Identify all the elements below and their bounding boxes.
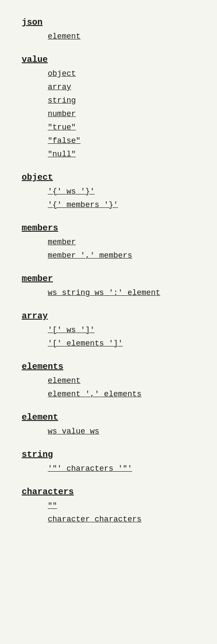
rule-production-array-1: '[' elements ']' bbox=[22, 338, 195, 350]
rule-production-value-5: "false" bbox=[22, 135, 195, 147]
grammar-section-members: membersmembermember ',' members bbox=[22, 223, 195, 262]
rule-production-value-0: object bbox=[22, 68, 195, 80]
grammar-section-string: string'"' characters '"' bbox=[22, 450, 195, 475]
rule-production-value-4: "true" bbox=[22, 122, 195, 133]
rule-production-value-3: number bbox=[22, 108, 195, 120]
grammar-section-value: valueobjectarraystringnumber"true""false… bbox=[22, 55, 195, 160]
rule-head-characters: characters bbox=[22, 487, 195, 497]
grammar-section-array: array'[' ws ']''[' elements ']' bbox=[22, 311, 195, 350]
rule-production-value-2: string bbox=[22, 95, 195, 107]
grammar-section-json: jsonelement bbox=[22, 17, 195, 42]
rule-production-elements-0: element bbox=[22, 375, 195, 387]
rule-head-json: json bbox=[22, 17, 195, 27]
rule-production-json-0: element bbox=[22, 31, 195, 42]
rule-production-element-0: ws value ws bbox=[22, 426, 195, 437]
rule-production-array-0: '[' ws ']' bbox=[22, 324, 195, 336]
rule-head-element: element bbox=[22, 412, 195, 422]
rule-production-object-0: '{' ws '}' bbox=[22, 186, 195, 197]
grammar-section-object: object'{' ws '}''{' members '}' bbox=[22, 172, 195, 211]
grammar-section-member: memberws string ws ':' element bbox=[22, 274, 195, 299]
rule-production-value-6: "null" bbox=[22, 149, 195, 160]
rule-production-members-0: member bbox=[22, 236, 195, 248]
grammar-section-elements: elementselementelement ',' elements bbox=[22, 362, 195, 400]
rule-head-elements: elements bbox=[22, 362, 195, 372]
rule-head-array: array bbox=[22, 311, 195, 321]
grammar-container: jsonelementvalueobjectarraystringnumber"… bbox=[22, 17, 195, 525]
rule-head-object: object bbox=[22, 172, 195, 182]
rule-production-member-0: ws string ws ':' element bbox=[22, 287, 195, 299]
rule-production-characters-1: character characters bbox=[22, 514, 195, 525]
rule-production-elements-1: element ',' elements bbox=[22, 388, 195, 400]
rule-production-value-1: array bbox=[22, 81, 195, 93]
grammar-section-element: elementws value ws bbox=[22, 412, 195, 437]
rule-production-characters-0: "" bbox=[22, 500, 195, 512]
rule-production-object-1: '{' members '}' bbox=[22, 199, 195, 211]
rule-production-members-1: member ',' members bbox=[22, 250, 195, 262]
rule-head-member: member bbox=[22, 274, 195, 284]
rule-head-value: value bbox=[22, 55, 195, 65]
rule-production-string-0: '"' characters '"' bbox=[22, 463, 195, 475]
rule-head-members: members bbox=[22, 223, 195, 233]
grammar-section-characters: characters""character characters bbox=[22, 487, 195, 525]
rule-head-string: string bbox=[22, 450, 195, 460]
